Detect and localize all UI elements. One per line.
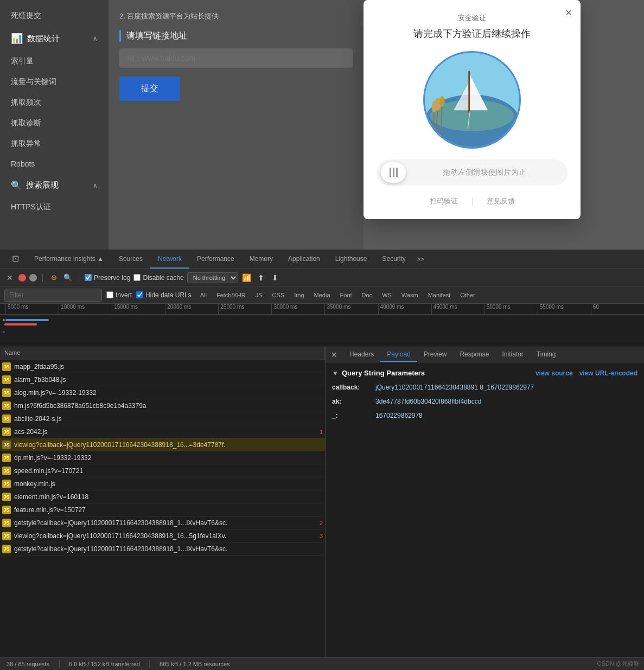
tab-network[interactable]: Network bbox=[150, 250, 189, 269]
sidebar-item-index[interactable]: 索引量 bbox=[0, 51, 109, 72]
transferred-size: 6.0 kB / 152 kB transferred bbox=[69, 661, 140, 667]
hide-data-urls-label[interactable]: Hide data URLs bbox=[136, 291, 192, 299]
filter-fetch-xhr[interactable]: Fetch/XHR bbox=[212, 291, 250, 299]
js-icon: JS bbox=[2, 414, 11, 423]
tick-45000: 45000 ms bbox=[431, 304, 484, 314]
js-icon: JS bbox=[2, 506, 11, 514]
filter-manifest[interactable]: Manifest bbox=[424, 291, 455, 299]
slider-handle[interactable] bbox=[381, 162, 406, 183]
name-column-header[interactable]: Name bbox=[0, 347, 325, 360]
js-icon: JS bbox=[2, 427, 11, 436]
filter-wasm[interactable]: Wasm bbox=[397, 291, 423, 299]
filter-ws[interactable]: WS bbox=[378, 291, 396, 299]
filter-img[interactable]: Img bbox=[290, 291, 308, 299]
tab-overflow-btn[interactable]: >> bbox=[413, 256, 428, 263]
section-toggle-icon[interactable]: ▼ bbox=[332, 369, 339, 377]
detail-tab-preview[interactable]: Preview bbox=[417, 347, 454, 362]
separator bbox=[42, 273, 43, 282]
download-icon[interactable]: ⬇ bbox=[270, 272, 280, 283]
filter-media[interactable]: Media bbox=[310, 291, 335, 299]
tab-performance-insights[interactable]: Performance insights ▲ bbox=[27, 250, 111, 269]
filter-other[interactable]: Other bbox=[456, 291, 480, 299]
request-row[interactable]: JS mapp_2fdaa95.js bbox=[0, 360, 325, 373]
record-button[interactable] bbox=[18, 274, 26, 282]
detail-tab-response[interactable]: Response bbox=[453, 347, 495, 362]
timeline-bar-2 bbox=[4, 323, 37, 326]
tab-performance[interactable]: Performance bbox=[189, 250, 242, 269]
upload-icon[interactable]: ⬆ bbox=[256, 272, 266, 283]
js-icon: JS bbox=[2, 467, 11, 475]
sidebar-item-death-submit[interactable]: 死链提交 bbox=[0, 5, 109, 26]
network-toolbar: ✕ ⊛ 🔍 Preserve log Disable cache No thro… bbox=[0, 269, 644, 286]
sidebar-item-robots[interactable]: Robots bbox=[0, 154, 109, 174]
submit-button[interactable]: 提交 bbox=[119, 76, 180, 101]
request-row[interactable]: JS viewlog?callback=jQuery11020001711664… bbox=[0, 438, 325, 451]
disable-cache-checkbox[interactable] bbox=[133, 274, 141, 281]
svg-rect-5 bbox=[468, 71, 470, 113]
filter-all[interactable]: All bbox=[196, 291, 211, 299]
hide-data-urls-checkbox[interactable] bbox=[136, 291, 143, 298]
filter-css[interactable]: CSS bbox=[268, 291, 289, 299]
sidebar-item-crawl-diag[interactable]: 抓取诊断 bbox=[0, 113, 109, 133]
request-row[interactable]: JS element.min.js?v=160118 bbox=[0, 490, 325, 503]
detail-tab-headers[interactable]: Headers bbox=[343, 347, 380, 362]
feedback-link[interactable]: 意见反馈 bbox=[487, 196, 515, 206]
filter-input[interactable] bbox=[9, 291, 97, 299]
filter-doc[interactable]: Doc bbox=[358, 291, 377, 299]
preserve-log-label[interactable]: Preserve log bbox=[85, 274, 130, 282]
filter-js[interactable]: JS bbox=[251, 291, 267, 299]
request-row[interactable]: JS acs-2042.js 1 bbox=[0, 425, 325, 438]
request-row[interactable]: JS alarm_7b3b048.js bbox=[0, 373, 325, 386]
sidebar-item-crawl-exception[interactable]: 抓取异常 bbox=[0, 133, 109, 154]
wifi-icon[interactable]: 📶 bbox=[241, 272, 252, 283]
detail-tab-initiator[interactable]: Initiator bbox=[495, 347, 530, 362]
preserve-log-checkbox[interactable] bbox=[85, 274, 92, 281]
tab-application[interactable]: Application bbox=[280, 250, 328, 269]
view-source-link[interactable]: view source bbox=[535, 369, 573, 377]
request-row[interactable]: JS hm.js?6f6d5bc386878a651cb8c9e1b4a3379… bbox=[0, 399, 325, 412]
filter-font[interactable]: Font bbox=[336, 291, 356, 299]
close-panel-button[interactable]: ✕ bbox=[4, 272, 15, 283]
request-row[interactable]: JS dp.min.js?v=-19332-19332 bbox=[0, 451, 325, 464]
disable-cache-label[interactable]: Disable cache bbox=[133, 274, 183, 282]
detail-tab-payload[interactable]: Payload bbox=[380, 347, 417, 362]
captcha-slider[interactable]: 拖动左侧滑块使图片为正 bbox=[377, 159, 568, 186]
details-close-button[interactable]: ✕ bbox=[328, 348, 341, 361]
devtools-main: Name JS mapp_2fdaa95.js JS alarm_7b3b048… bbox=[0, 347, 644, 657]
invert-label[interactable]: Invert bbox=[106, 291, 132, 299]
request-row[interactable]: JS abclite-2042-s.js bbox=[0, 412, 325, 425]
detail-tab-timing[interactable]: Timing bbox=[530, 347, 563, 362]
tab-sources[interactable]: Sources bbox=[111, 250, 150, 269]
tab-lighthouse[interactable]: Lighthouse bbox=[328, 250, 375, 269]
modal-close-button[interactable]: × bbox=[565, 7, 572, 19]
filter-input-area[interactable] bbox=[4, 289, 102, 302]
request-row[interactable]: JS getstyle?callback=jQuery1102000171166… bbox=[0, 516, 325, 529]
search-button[interactable]: 🔍 bbox=[62, 272, 73, 283]
request-row[interactable]: JS speed.min.js?v=170721 bbox=[0, 464, 325, 477]
sidebar-item-traffic[interactable]: 流量与关键词 bbox=[0, 72, 109, 92]
stop-button[interactable] bbox=[29, 274, 37, 282]
sidebar-item-crawl-freq[interactable]: 抓取频次 bbox=[0, 92, 109, 113]
sidebar-section-data-stats[interactable]: 📊 数据统计 ∧ bbox=[0, 26, 109, 51]
request-row[interactable]: JS viewlog?callback=jQuery11020001711664… bbox=[0, 529, 325, 543]
request-row[interactable]: JS alog.min.js?v=-19332-19332 bbox=[0, 386, 325, 399]
url-input[interactable] bbox=[119, 48, 353, 68]
view-url-encoded-link[interactable]: view URL-encoded bbox=[579, 369, 637, 377]
scan-verify-link[interactable]: 扫码验证 bbox=[430, 196, 458, 206]
param-row-ak: ak: 3de47787fd60b30420f868ffbf4dbccd bbox=[332, 397, 637, 406]
sidebar-item-https[interactable]: HTTPS认证 bbox=[0, 197, 109, 218]
tab-memory[interactable]: Memory bbox=[242, 250, 280, 269]
request-row[interactable]: JS getstyle?callback=jQuery1102000171166… bbox=[0, 543, 325, 556]
invert-checkbox[interactable] bbox=[106, 291, 113, 298]
tab-elements[interactable]: ⊡ bbox=[4, 250, 27, 269]
modal-backdrop: × 安全验证 请完成下方验证后继续操作 bbox=[364, 0, 644, 250]
request-name: viewlog?callback=jQuery11020001711664230… bbox=[14, 532, 317, 540]
request-row[interactable]: JS monkey.min.js bbox=[0, 477, 325, 490]
throttle-select[interactable]: No throttling bbox=[187, 272, 238, 283]
request-row[interactable]: JS feature.min.js?v=150727 bbox=[0, 503, 325, 516]
tab-security[interactable]: Security bbox=[374, 250, 413, 269]
timeline-area: 5000 ms 10000 ms 15000 ms 20000 ms 25000… bbox=[0, 304, 644, 347]
sidebar-section-search[interactable]: 🔍 搜索展现 ∧ bbox=[0, 174, 109, 197]
filter-button[interactable]: ⊛ bbox=[48, 272, 59, 283]
request-name: speed.min.js?v=170721 bbox=[14, 467, 323, 475]
